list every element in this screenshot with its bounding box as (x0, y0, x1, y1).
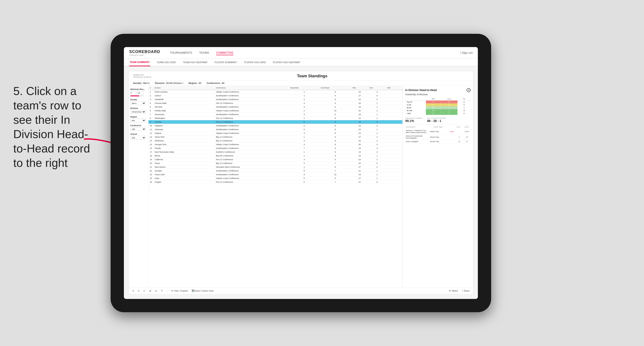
sub-nav-player-h2h-heatmap[interactable]: PLAYER H2H HEATMAP (272, 58, 301, 66)
t-event-type: Stroke Play (430, 136, 448, 138)
tournament-row: Arizona Thunderbirds Intercollegiate Str… (405, 134, 470, 140)
table-row[interactable]: 9 Arizona Pac-12 Conference 5 8 23 3 (148, 120, 402, 124)
cell-conf-rank: 9 (319, 139, 351, 143)
cell-rds: 18 (351, 105, 368, 109)
cell-conference: Pac-12 Conference (214, 116, 289, 120)
t-col-pos: Pos (455, 126, 462, 128)
filter-panel: Minimum Rou... Gender (128, 86, 148, 287)
cell-win (386, 158, 402, 162)
table-row[interactable]: 20 Texas Big 12 Conference 3 7 20 0 (148, 162, 402, 165)
school-label: School (130, 133, 146, 135)
table-row[interactable]: 17 East Tennessee State Southern Confere… (148, 150, 402, 154)
t-score: 2-3-0 (464, 131, 470, 133)
h2h-loss-cell: 8 (441, 103, 458, 106)
table-row[interactable]: 14 Oklahoma Big 12 Conference 3 9 26 2 (148, 139, 402, 143)
slider-fill (130, 95, 139, 96)
card-header: Update time: 27/03/2024 16:56:26 Team St… (128, 71, 473, 80)
cell-num: 25 (148, 180, 153, 184)
table-row[interactable]: 4 Arizona State Pac-12 Conference 4 9 26… (148, 101, 402, 105)
table-row[interactable]: 13 Texas Tech Big 12 Conference 1 9 27 2 (148, 135, 402, 139)
min-rounds-slider[interactable] (130, 95, 144, 96)
table-row[interactable]: 24 Duke Atlantic Coast Conference 5 9 27… (148, 176, 402, 180)
table-row[interactable]: 21 New Mexico Mountain West Conference 1… (148, 165, 402, 169)
cell-conference: Big 12 Conference (214, 139, 289, 143)
table-row[interactable]: 19 California Pac-12 Conference 4 8 24 2 (148, 158, 402, 162)
save-custom-button[interactable]: 💾 Save Custom View (191, 289, 214, 293)
table-row[interactable]: 22 Georgia Southeastern Conference 8 7 2… (148, 169, 402, 173)
min-rounds-input2[interactable] (138, 91, 144, 95)
logo-title: SCOREBOARD (129, 49, 160, 54)
col-tour: Tour (368, 86, 386, 90)
close-button[interactable]: ✕ (466, 88, 470, 92)
h2h-row: Top 10 3 13 0 (405, 101, 470, 104)
cell-reg-rank: 2 (289, 98, 319, 101)
sub-nav-team-h2h-grid[interactable]: TEAM H2H GRID (156, 58, 176, 66)
filter-region: Region: All (188, 82, 201, 84)
cell-rds: 26 (351, 101, 368, 105)
t-col-score: Score (464, 126, 470, 128)
view-original-button[interactable]: 👁 View: Original (170, 289, 189, 293)
table-row[interactable]: 5 Ole Miss Southeastern Conference 3 6 1… (148, 105, 402, 109)
table-row[interactable]: 1 North Carolina Atlantic Coast Conferen… (148, 90, 402, 94)
cell-school: Ole Miss (153, 105, 214, 109)
redo-button[interactable]: ↻ (137, 289, 140, 293)
cell-num: 4 (148, 101, 153, 105)
zoom-button[interactable]: ⊞ (148, 289, 152, 293)
step-back-button[interactable]: ⇤ (143, 289, 146, 293)
division-select[interactable]: NCAA Division I (130, 110, 146, 114)
nav-committee[interactable]: COMMITTEE (216, 50, 234, 55)
share-button[interactable]: ⤴ Share (461, 289, 470, 293)
sub-nav-player-h2h-grid[interactable]: PLAYER H2H GRID (244, 58, 266, 66)
table-row[interactable]: 15 Georgia Tech Atlantic Coast Conferenc… (148, 143, 402, 147)
cell-rds: 27 (351, 165, 368, 169)
region-label: Region (130, 116, 146, 118)
sign-out-button[interactable]: | Sign out (460, 51, 472, 54)
sub-nav-team-h2h-heatmap[interactable]: TEAM H2H HEATMAP (182, 58, 208, 66)
min-rounds-section: Minimum Rou... (130, 88, 146, 96)
table-row[interactable]: 2 Auburn Southeastern Conference 1 9 27 … (148, 94, 402, 98)
cell-conf-rank: 8 (319, 143, 351, 147)
h2h-win-cell: 25 (426, 106, 441, 109)
cell-conference: Pac-12 Conference (214, 180, 289, 184)
nav-tournaments[interactable]: TOURNAMENTS (170, 50, 192, 55)
cell-conference: Atlantic Coast Conference (214, 132, 289, 135)
cell-conf-rank: 8 (319, 132, 351, 135)
table-row[interactable]: 11 Arkansas Southeastern Conference 6 8 … (148, 128, 402, 132)
sub-nav-player-summary[interactable]: PLAYER SUMMARY (214, 58, 238, 66)
h2h-header-row: Win Loss Tie (405, 97, 470, 101)
table-row[interactable]: 23 Texas A&M Southeastern Conference 9 1… (148, 173, 402, 176)
cell-win (386, 90, 402, 94)
table-row[interactable]: 7 Tennessee Southeastern Conference 4 6 … (148, 113, 402, 116)
undo-button[interactable]: ↺ (131, 289, 135, 293)
crop-button[interactable]: ⊡ (154, 289, 158, 293)
conference-select[interactable]: (All) (130, 127, 146, 131)
table-row[interactable]: 25 Oregon Pac-12 Conference 5 7 21 0 (148, 180, 402, 184)
division-section: Division NCAA Division I (130, 107, 146, 114)
school-select[interactable]: (All) (130, 136, 146, 139)
table-row[interactable]: 12 Virginia Atlantic Coast Conference 3 … (148, 132, 402, 135)
gender-select[interactable]: Men's (130, 101, 146, 105)
cell-conf-rank: 9 (319, 165, 351, 169)
table-row[interactable]: 8 Washington Pac-12 Conference 2 8 23 1 (148, 116, 402, 120)
cell-tour: 4 (368, 150, 386, 154)
sub-nav-team-summary[interactable]: TEAM SUMMARY (129, 58, 150, 66)
division-label: Division (130, 107, 146, 109)
cell-school: Illinois (153, 154, 214, 158)
min-rounds-input1[interactable] (130, 91, 136, 95)
watch-button[interactable]: 👁 Watch (448, 289, 459, 293)
clock-button[interactable]: ⏱ (160, 289, 164, 293)
cell-num: 17 (148, 150, 153, 154)
nav-teams[interactable]: TEAMS (199, 50, 209, 55)
table-row[interactable]: 6 Florida State Atlantic Coast Conferenc… (148, 109, 402, 113)
cell-rds: 24 (351, 132, 368, 135)
region-select[interactable]: N/A (130, 119, 146, 122)
cell-conference: Southeastern Conference (214, 113, 289, 116)
table-row[interactable]: 3 Vanderbilt Southeastern Conference 2 8… (148, 98, 402, 101)
cell-conference: Atlantic Coast Conference (214, 109, 289, 113)
table-row[interactable]: 18 Illinois Big Ten Conference 1 9 23 1 (148, 154, 402, 158)
table-row[interactable]: 10 Alabama Southeastern Conference 5 8 2… (148, 124, 402, 128)
table-row[interactable]: 16 Florida Southeastern Conference 7 9 2… (148, 147, 402, 150)
cell-conference: Southeastern Conference (214, 128, 289, 132)
cell-conference: Southeastern Conference (214, 98, 289, 101)
col-conference: Conference (214, 86, 289, 90)
